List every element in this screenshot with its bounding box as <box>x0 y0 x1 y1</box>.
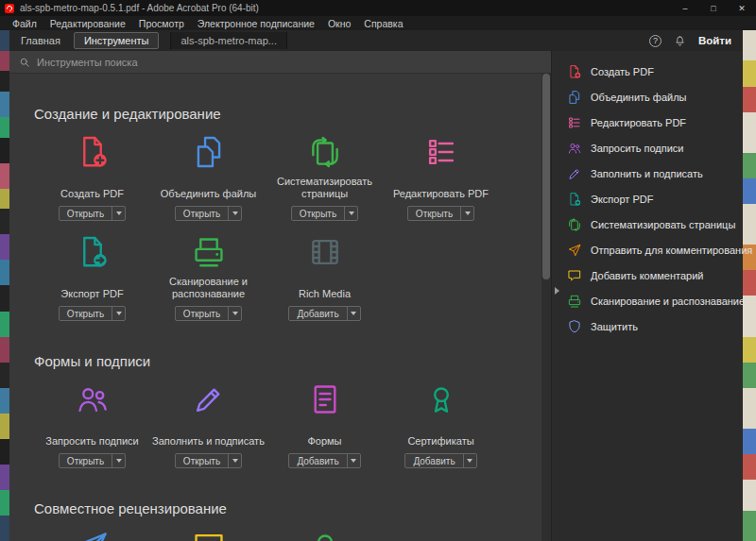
tool-card-export-pdf: Экспорт PDFОткрыть <box>34 234 150 321</box>
panel-item-label: Запросить подписи <box>591 143 683 154</box>
help-icon[interactable]: ? <box>649 35 662 47</box>
organize-pages-icon <box>567 217 582 232</box>
rich-media-icon <box>307 234 343 270</box>
tool-card-partial <box>266 529 383 541</box>
dropdown-arrow-icon[interactable] <box>112 307 125 320</box>
menu-item-0[interactable]: Файл <box>6 18 43 29</box>
dropdown-arrow-icon[interactable] <box>347 307 360 320</box>
panel-item-send-for-comments[interactable]: Отправить для комментирования <box>552 237 743 262</box>
desktop-background-left <box>0 30 9 541</box>
export-pdf-icon <box>567 192 582 207</box>
panel-item-scan[interactable]: Сканирование и распознавание <box>552 288 743 313</box>
combine-files-icon <box>191 134 227 170</box>
tool-action-button[interactable]: Добавить <box>404 453 476 468</box>
panel-item-combine-files[interactable]: Объединить файлы <box>552 84 743 110</box>
scan-icon <box>567 294 582 309</box>
dropdown-arrow-icon[interactable] <box>112 207 125 220</box>
panel-item-label: Сканирование и распознавание <box>591 296 745 307</box>
tool-action-label[interactable]: Открыть <box>176 454 228 467</box>
tool-label: Формы <box>307 422 341 448</box>
dropdown-arrow-icon[interactable] <box>463 454 476 467</box>
section-title: Совместное рецензирование <box>34 500 541 517</box>
window-controls: – □ ✕ <box>671 0 756 16</box>
tool-action-label[interactable]: Открыть <box>60 207 112 220</box>
dropdown-arrow-icon[interactable] <box>344 207 357 220</box>
tool-action-button[interactable]: Открыть <box>59 206 126 221</box>
scan-icon <box>191 234 227 270</box>
tool-action-button[interactable]: Открыть <box>175 453 242 468</box>
tool-card-certificates: СертификатыДобавить <box>383 381 499 468</box>
tool-action-label[interactable]: Открыть <box>176 207 228 220</box>
panel-item-label: Защитить <box>591 321 638 332</box>
tool-action-label[interactable]: Открыть <box>292 207 344 220</box>
panel-item-export-pdf[interactable]: Экспорт PDF <box>552 186 743 211</box>
dropdown-arrow-icon[interactable] <box>460 207 473 220</box>
panel-item-add-comment[interactable]: Добавить комментарий <box>552 262 743 288</box>
tab-document[interactable]: als-spb-metro-map... <box>170 32 286 49</box>
tool-action-label[interactable]: Добавить <box>289 454 346 467</box>
edit-pdf-icon <box>423 134 459 170</box>
desktop-background-right <box>743 30 756 541</box>
tab-home[interactable]: Главная <box>11 33 70 48</box>
tool-action-label[interactable]: Открыть <box>408 207 460 220</box>
menu-item-5[interactable]: Справка <box>357 18 409 29</box>
panel-item-label: Заполнить и подписать <box>591 168 703 179</box>
search-bar <box>9 51 551 74</box>
minimize-button[interactable]: – <box>671 0 699 16</box>
panel-item-request-signatures[interactable]: Запросить подписи <box>552 135 743 161</box>
sign-in-button[interactable]: Войти <box>698 35 731 46</box>
notifications-bell-icon[interactable] <box>674 35 686 47</box>
dropdown-arrow-icon[interactable] <box>228 207 241 220</box>
tool-action-button[interactable]: Открыть <box>175 206 242 221</box>
dropdown-arrow-icon[interactable] <box>112 454 125 467</box>
vertical-scrollbar[interactable] <box>541 74 551 541</box>
organize-pages-icon <box>307 134 343 170</box>
edit-pdf-icon <box>567 115 582 130</box>
create-pdf-icon <box>567 64 582 79</box>
tool-action-button[interactable]: Открыть <box>407 206 474 221</box>
tool-action-label[interactable]: Открыть <box>60 454 112 467</box>
tool-action-button[interactable]: Добавить <box>288 453 360 468</box>
tool-action-button[interactable]: Открыть <box>175 306 242 321</box>
menu-item-2[interactable]: Просмотр <box>132 18 191 29</box>
scrollbar-thumb[interactable] <box>542 74 550 279</box>
search-icon <box>19 57 30 68</box>
panel-item-edit-pdf[interactable]: Редактировать PDF <box>552 110 743 135</box>
panel-item-label: Экспорт PDF <box>591 194 653 205</box>
tool-card-forms: ФормыДобавить <box>266 381 383 468</box>
tools-search-input[interactable] <box>37 57 541 68</box>
dropdown-arrow-icon[interactable] <box>228 307 241 320</box>
panel-item-protect[interactable]: Защитить <box>552 313 743 339</box>
close-button[interactable]: ✕ <box>728 0 756 16</box>
tool-label: Объединить файлы <box>161 175 257 200</box>
tool-action-label[interactable]: Открыть <box>60 307 112 320</box>
panel-item-create-pdf[interactable]: Создать PDF <box>552 59 743 84</box>
tool-label: Редактировать PDF <box>393 175 489 200</box>
tool-action-button[interactable]: Открыть <box>59 306 126 321</box>
panel-item-organize-pages[interactable]: Систематизировать страницы <box>552 211 743 237</box>
menu-item-4[interactable]: Окно <box>321 18 357 29</box>
tool-action-label[interactable]: Добавить <box>289 307 346 320</box>
tool-action-button[interactable]: Открыть <box>291 206 358 221</box>
tab-tools[interactable]: Инструменты <box>74 32 160 49</box>
dropdown-arrow-icon[interactable] <box>347 454 360 467</box>
tool-action-label[interactable]: Открыть <box>176 307 228 320</box>
tool-action-label[interactable]: Добавить <box>405 454 462 467</box>
tool-card-request-signatures: Запросить подписиОткрыть <box>34 381 150 468</box>
panel-collapse-handle-icon[interactable] <box>555 287 559 295</box>
menu-item-1[interactable]: Редактирование <box>43 18 132 29</box>
forms-icon <box>307 381 343 417</box>
tool-action-button[interactable]: Добавить <box>288 306 360 321</box>
tool-card-combine-files: Объединить файлыОткрыть <box>150 134 266 221</box>
tools-content: Создание и редактированиеСоздать PDFОткр… <box>9 74 541 541</box>
dropdown-arrow-icon[interactable] <box>228 454 241 467</box>
menu-item-3[interactable]: Электронное подписание <box>191 18 321 29</box>
maximize-button[interactable]: □ <box>699 0 728 16</box>
request-signatures-icon <box>567 141 582 156</box>
tool-action-button[interactable]: Открыть <box>59 453 126 468</box>
certificates-icon <box>423 381 459 417</box>
panel-item-label: Объединить файлы <box>591 92 687 103</box>
window-title: als-spb-metro-map-0.5.1.pdf - Adobe Acro… <box>20 3 665 13</box>
send-for-comments-icon <box>75 529 111 541</box>
panel-item-fill-sign[interactable]: Заполнить и подписать <box>552 161 743 186</box>
